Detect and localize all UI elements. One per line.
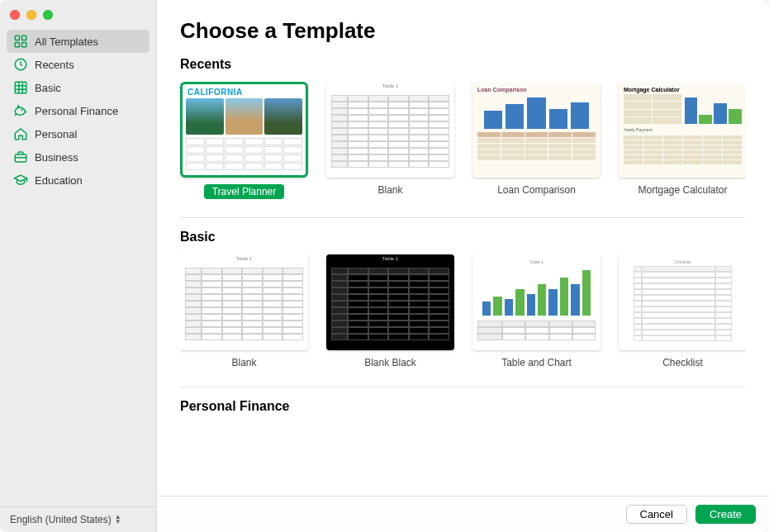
sidebar-item-recents[interactable]: Recents: [7, 53, 150, 76]
thumb-title: CALIFORNIA: [183, 84, 306, 98]
template-label: Blank Black: [364, 357, 416, 368]
template-thumb: Table 1: [326, 82, 454, 178]
template-card-table-and-chart[interactable]: Chart 1 Table and Chart: [472, 254, 600, 368]
template-label: Blank: [377, 184, 402, 196]
sidebar-item-label: Education: [35, 174, 83, 187]
sidebar-item-personal-finance[interactable]: Personal Finance: [7, 99, 150, 122]
personal-icon: [13, 126, 28, 141]
business-icon: [13, 150, 28, 164]
template-card-mortgage-calculator[interactable]: Mortgage Calculator Yearly Payment Mortg…: [619, 82, 746, 199]
personal-finance-icon: [13, 103, 28, 118]
sidebar-item-all-templates[interactable]: All Templates: [7, 30, 150, 53]
svg-rect-1: [22, 36, 26, 40]
svg-rect-5: [15, 82, 26, 93]
sidebar-item-business[interactable]: Business: [7, 145, 150, 169]
basic-icon: [13, 80, 28, 95]
template-card-blank[interactable]: Table 1 Blank: [326, 82, 454, 199]
divider: [180, 387, 746, 387]
sidebar-item-label: Personal Finance: [35, 105, 118, 117]
template-thumb: Loan Comparison: [472, 82, 600, 178]
svg-point-6: [15, 107, 25, 115]
language-label: English (United States): [10, 514, 112, 525]
template-card-checklist[interactable]: Checklist Checklist: [619, 254, 746, 368]
sidebar-nav: All Templates Recents Basic: [0, 28, 156, 506]
template-label: Loan Comparison: [497, 184, 576, 196]
template-label: Blank: [231, 357, 256, 368]
template-thumb: Chart 1: [472, 254, 600, 350]
main-area: Choose a Template Recents CALIFORNIA: [157, 0, 769, 532]
svg-point-7: [21, 110, 22, 111]
template-thumb: Table 1: [326, 254, 454, 350]
template-card-travel-planner[interactable]: CALIFORNIA Travel Planner: [180, 82, 308, 199]
template-card-blank-black[interactable]: Table 1 Blank Black: [326, 254, 454, 368]
window-body: All Templates Recents Basic: [0, 0, 769, 532]
window-controls: [0, 0, 156, 28]
template-label: Table and Chart: [501, 357, 572, 368]
section-heading-basic: Basic: [180, 230, 746, 245]
section-heading-finance: Personal Finance: [180, 399, 746, 414]
sidebar-item-label: Basic: [35, 82, 61, 94]
sidebar-item-label: Recents: [35, 59, 74, 71]
svg-rect-0: [15, 36, 19, 40]
sidebar-item-basic[interactable]: Basic: [7, 76, 150, 99]
template-card-blank[interactable]: Table 1 Blank: [180, 254, 308, 368]
basic-row: Table 1 Blank Table 1 Blank Black: [180, 254, 746, 368]
template-label: Checklist: [662, 357, 703, 368]
close-icon[interactable]: [10, 10, 20, 20]
zoom-icon[interactable]: [43, 10, 53, 20]
chevron-updown-icon: ▲▼: [115, 515, 121, 525]
footer: Cancel Create: [157, 496, 769, 532]
sidebar-item-label: All Templates: [35, 36, 98, 48]
sidebar-item-education[interactable]: Education: [7, 169, 150, 192]
thumb-title: Mortgage Calculator: [624, 87, 742, 93]
template-label: Travel Planner: [204, 184, 285, 199]
section-heading-recents: Recents: [180, 57, 746, 72]
template-chooser-window: All Templates Recents Basic: [0, 0, 769, 532]
cancel-button[interactable]: Cancel: [626, 505, 687, 524]
svg-rect-2: [15, 43, 19, 47]
template-scroll[interactable]: Choose a Template Recents CALIFORNIA: [157, 0, 769, 496]
education-icon: [13, 173, 28, 188]
recents-row: CALIFORNIA Travel Planner Tab: [180, 82, 746, 199]
template-card-loan-comparison[interactable]: Loan Comparison Loan Comparison: [472, 82, 600, 199]
template-thumb: CALIFORNIA: [180, 82, 308, 178]
thumb-title: Checklist: [634, 259, 732, 264]
thumb-title: Loan Comparison: [477, 87, 596, 93]
template-thumb: Checklist: [619, 254, 746, 350]
template-thumb: Table 1: [180, 254, 308, 350]
divider: [180, 217, 746, 218]
minimize-icon[interactable]: [26, 10, 36, 20]
recents-icon: [13, 57, 28, 72]
sidebar-item-label: Personal: [35, 128, 77, 140]
sidebar: All Templates Recents Basic: [0, 0, 157, 532]
create-button[interactable]: Create: [695, 505, 756, 524]
template-label: Mortgage Calculator: [638, 184, 727, 196]
template-thumb: Mortgage Calculator Yearly Payment: [619, 82, 746, 178]
language-selector[interactable]: English (United States) ▲▼: [0, 506, 156, 532]
page-title: Choose a Template: [180, 18, 746, 44]
sidebar-item-label: Business: [35, 151, 78, 164]
all-templates-icon: [13, 34, 28, 49]
svg-rect-3: [22, 43, 26, 47]
sidebar-item-personal[interactable]: Personal: [7, 122, 150, 145]
